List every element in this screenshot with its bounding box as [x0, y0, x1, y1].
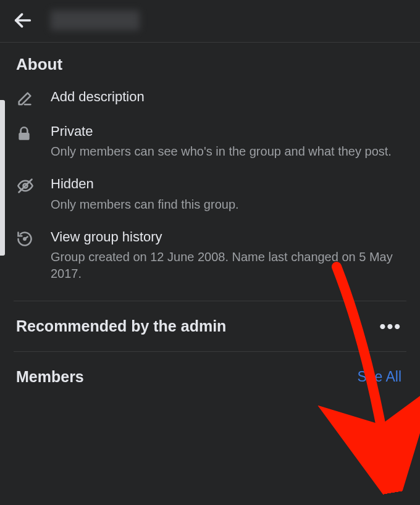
see-all-link[interactable]: See All	[357, 369, 401, 385]
recommended-heading: Recommended by the admin	[16, 317, 226, 335]
about-desc: Group created on 12 June 2008. Name last…	[51, 249, 406, 282]
lock-icon	[16, 125, 37, 142]
about-heading: About	[16, 55, 406, 74]
scroll-indicator	[0, 100, 5, 256]
about-desc: Only members can find this group.	[51, 196, 406, 213]
more-options-button[interactable]: •••	[380, 322, 401, 331]
back-button[interactable]	[12, 10, 33, 31]
edit-icon	[16, 90, 37, 107]
content: About Add description Private	[0, 43, 420, 404]
svg-rect-1	[19, 133, 29, 140]
about-desc: Only members can see who's in the group …	[51, 143, 406, 160]
members-heading: Members	[16, 368, 84, 386]
history-icon	[16, 230, 37, 248]
about-item-description[interactable]: Add description	[16, 89, 406, 123]
eye-slash-icon	[16, 177, 37, 194]
about-label: Add description	[51, 89, 406, 105]
about-item-history[interactable]: View group history Group created on 12 J…	[16, 229, 406, 288]
members-section[interactable]: Members See All	[0, 352, 420, 404]
recommended-section[interactable]: Recommended by the admin •••	[0, 301, 420, 351]
about-item-privacy: Private Only members can see who's in th…	[16, 123, 406, 176]
arrow-left-icon	[12, 10, 33, 31]
about-item-visibility: Hidden Only members can find this group.	[16, 176, 406, 228]
about-label: Private	[51, 123, 406, 140]
header	[0, 0, 420, 43]
page-title-redacted	[51, 10, 140, 30]
about-label: View group history	[51, 229, 406, 245]
about-label: Hidden	[51, 176, 406, 192]
about-section: About Add description Private	[0, 43, 420, 301]
svg-line-5	[25, 236, 28, 239]
